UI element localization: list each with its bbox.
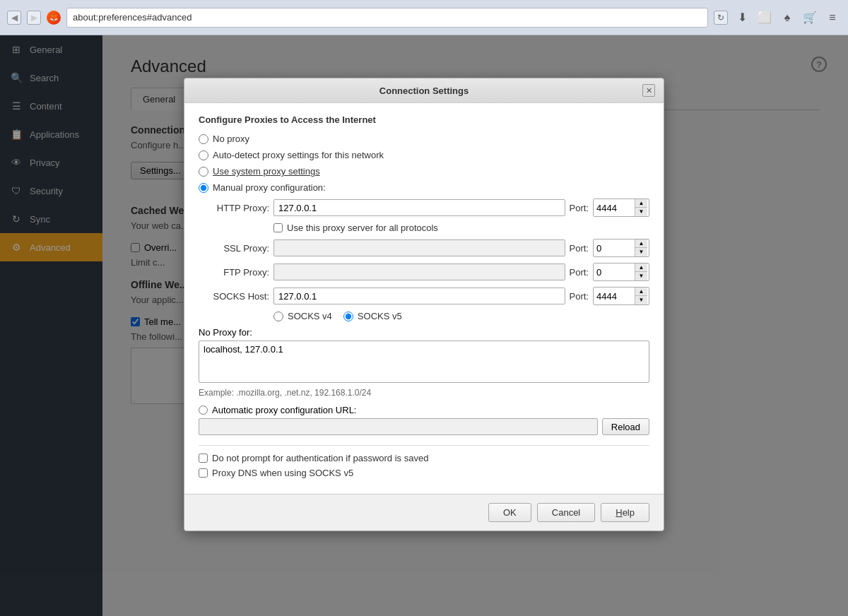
radio-no-proxy[interactable] — [199, 134, 208, 144]
radio-socks-v4[interactable] — [273, 312, 283, 321]
http-proxy-label: HTTP Proxy: — [199, 203, 269, 213]
ftp-port-up[interactable]: ▲ — [635, 263, 647, 272]
socks-port-wrapper: ▲ ▼ — [593, 287, 649, 305]
all-protocols-check: Use this proxy server for all protocols — [273, 223, 649, 233]
no-proxy-label: No Proxy for: — [199, 327, 649, 338]
radio-auto-proxy-url[interactable] — [199, 405, 208, 415]
forward-button[interactable]: ▶ — [27, 11, 41, 25]
no-proxy-textarea[interactable]: localhost, 127.0.0.1 — [199, 340, 649, 383]
http-port-wrapper: ▲ ▼ — [593, 199, 649, 217]
ftp-proxy-input[interactable] — [273, 263, 565, 280]
ftp-port-label: Port: — [570, 267, 589, 278]
window-button[interactable]: ⬜ — [756, 9, 773, 26]
help-btn-text: elp — [623, 507, 635, 518]
reload-button[interactable]: ↻ — [714, 11, 728, 25]
no-auth-checkbox[interactable] — [199, 454, 208, 463]
back-button[interactable]: ◀ — [7, 11, 21, 25]
radio-no-proxy-label: No proxy — [213, 134, 249, 144]
firefox-logo: 🦊 — [47, 11, 61, 25]
url-text: about:preferences#advanced — [73, 12, 192, 23]
dialog-heading: Configure Proxies to Access the Internet — [199, 114, 649, 125]
socks-host-input[interactable] — [273, 288, 565, 304]
reload-button[interactable]: Reload — [602, 418, 649, 435]
socks-port-input[interactable] — [594, 288, 635, 304]
ssl-port-wrapper: ▲ ▼ — [593, 239, 649, 257]
radio-system-row: Use system proxy settings — [199, 166, 649, 177]
address-bar[interactable]: about:preferences#advanced — [66, 8, 708, 28]
menu-button[interactable]: ≡ — [824, 9, 841, 26]
ssl-port-spinners: ▲ ▼ — [635, 239, 647, 256]
socks-port-label: Port: — [570, 291, 589, 302]
radio-auto-detect-label: Auto-detect proxy settings for this netw… — [213, 150, 384, 160]
download-button[interactable]: ⬇ — [734, 9, 750, 26]
ssl-port-up[interactable]: ▲ — [635, 239, 647, 248]
radio-no-proxy-row: No proxy — [199, 134, 649, 144]
socks-port-up[interactable]: ▲ — [635, 288, 647, 296]
all-protocols-label: Use this proxy server for all protocols — [287, 223, 438, 233]
dialog-footer: OK Cancel Help — [184, 494, 664, 531]
radio-auto-detect-row: Auto-detect proxy settings for this netw… — [199, 150, 649, 160]
dialog-close-button[interactable]: ✕ — [642, 84, 655, 97]
cancel-button[interactable]: Cancel — [537, 503, 595, 522]
radio-manual-label: Manual proxy configuration: — [213, 182, 326, 193]
socks-v4-label: SOCKS v4 — [288, 311, 332, 321]
ok-button[interactable]: OK — [488, 503, 531, 522]
connection-settings-dialog: Connection Settings ✕ Configure Proxies … — [184, 78, 664, 531]
ssl-port-label: Port: — [570, 243, 589, 254]
pocket-button[interactable]: ♠ — [779, 9, 796, 26]
http-port-down[interactable]: ▼ — [635, 208, 647, 216]
radio-system[interactable] — [199, 167, 208, 177]
ssl-proxy-label: SSL Proxy: — [199, 243, 269, 254]
socks-host-row: SOCKS Host: Port: ▲ ▼ — [199, 287, 649, 305]
auto-proxy-input[interactable] — [199, 418, 598, 435]
radio-manual[interactable] — [199, 183, 208, 193]
socks-v4-row: SOCKS v4 — [273, 311, 332, 321]
no-proxy-label-text: No Proxy for: — [199, 327, 252, 338]
socks-port-spinners: ▲ ▼ — [635, 288, 647, 304]
socks-host-label: SOCKS Host: — [199, 291, 269, 302]
ftp-port-down[interactable]: ▼ — [635, 272, 647, 280]
socks-v5-row: SOCKS v5 — [343, 311, 402, 321]
radio-system-label: Use system proxy settings — [213, 166, 320, 177]
dialog-body: Configure Proxies to Access the Internet… — [184, 103, 664, 494]
http-port-spinners: ▲ ▼ — [635, 199, 647, 216]
http-port-label: Port: — [570, 203, 589, 213]
ssl-port-down[interactable]: ▼ — [635, 248, 647, 256]
auto-proxy-label: Automatic proxy configuration URL: — [212, 405, 356, 415]
ssl-proxy-input[interactable] — [273, 239, 565, 256]
ftp-port-spinners: ▲ ▼ — [635, 263, 647, 280]
ftp-port-wrapper: ▲ ▼ — [593, 263, 649, 281]
example-text: Example: .mozilla.org, .net.nz, 192.168.… — [199, 388, 649, 398]
bottom-checkboxes: Do not prompt for authentication if pass… — [199, 445, 649, 478]
http-proxy-input[interactable] — [273, 199, 565, 216]
no-auth-row: Do not prompt for authentication if pass… — [199, 453, 649, 463]
dialog-title-bar: Connection Settings ✕ — [184, 78, 664, 103]
proxy-dns-label: Proxy DNS when using SOCKS v5 — [212, 468, 353, 478]
socks-version-row: SOCKS v4 SOCKS v5 — [273, 311, 649, 321]
dialog-title: Connection Settings — [206, 85, 642, 96]
ftp-proxy-label: FTP Proxy: — [199, 267, 269, 278]
cart-button[interactable]: 🛒 — [801, 9, 818, 26]
radio-socks-v5[interactable] — [343, 312, 353, 321]
socks-v5-label: SOCKS v5 — [358, 311, 402, 321]
all-protocols-checkbox[interactable] — [273, 223, 283, 232]
ssl-proxy-row: SSL Proxy: Port: ▲ ▼ — [199, 239, 649, 257]
browser-chrome: ◀ ▶ 🦊 about:preferences#advanced ↻ ⬇ ⬜ ♠… — [0, 0, 848, 35]
proxy-dns-checkbox[interactable] — [199, 468, 208, 478]
auto-proxy-input-row: Reload — [199, 418, 649, 435]
ftp-proxy-row: FTP Proxy: Port: ▲ ▼ — [199, 263, 649, 281]
all-protocols-row: Use this proxy server for all protocols — [273, 223, 649, 233]
http-port-up[interactable]: ▲ — [635, 199, 647, 208]
http-proxy-row: HTTP Proxy: Port: ▲ ▼ — [199, 199, 649, 217]
ftp-port-input[interactable] — [594, 263, 635, 280]
modal-overlay: Connection Settings ✕ Configure Proxies … — [0, 35, 848, 616]
no-auth-label: Do not prompt for authentication if pass… — [212, 453, 428, 463]
http-port-input[interactable] — [594, 199, 635, 216]
radio-manual-row: Manual proxy configuration: — [199, 182, 649, 193]
help-button[interactable]: Help — [601, 503, 649, 522]
auto-proxy-row: Automatic proxy configuration URL: — [199, 405, 649, 415]
ssl-port-input[interactable] — [594, 239, 635, 256]
radio-auto-detect[interactable] — [199, 150, 208, 160]
proxy-dns-row: Proxy DNS when using SOCKS v5 — [199, 468, 649, 478]
socks-port-down[interactable]: ▼ — [635, 296, 647, 304]
